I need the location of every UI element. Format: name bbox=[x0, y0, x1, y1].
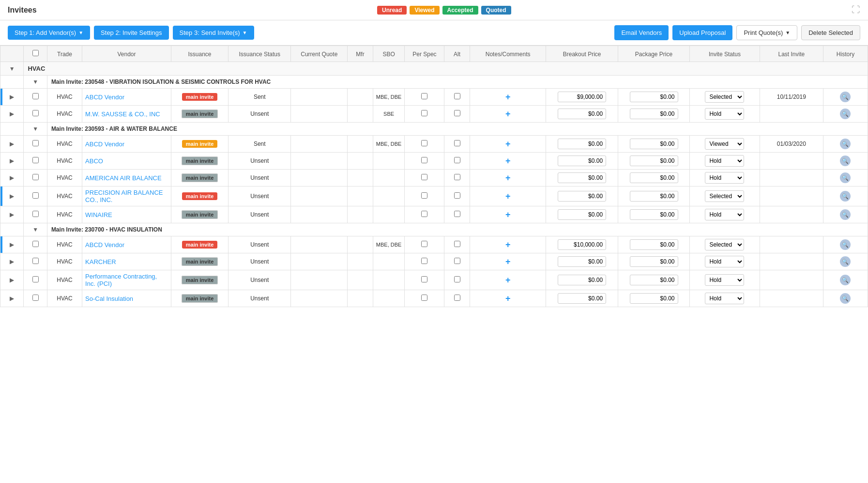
row-status-select-1[interactable]: SelectedHoldViewedAcceptedQuoted bbox=[705, 91, 744, 103]
row-breakout-input-2[interactable] bbox=[558, 109, 606, 119]
subsection-collapse-230593[interactable]: ▼ bbox=[30, 125, 40, 132]
row-status-select-8[interactable]: SelectedHoldViewedAcceptedQuoted bbox=[705, 239, 744, 250]
row-checkbox-8[interactable] bbox=[32, 241, 39, 247]
row-package-input-9[interactable] bbox=[630, 256, 678, 267]
row-checkbox-3[interactable] bbox=[32, 140, 39, 146]
row-status-select-3[interactable]: ViewedHoldSelectedAcceptedQuoted bbox=[705, 138, 744, 150]
row-breakout-input-6[interactable] bbox=[558, 191, 606, 202]
row-vendor-1[interactable]: ABCD Vendor bbox=[82, 89, 171, 106]
step1-button[interactable]: Step 1: Add Vendor(s) ▼ bbox=[8, 26, 90, 40]
row-per-spec-7[interactable] bbox=[421, 211, 427, 217]
row-package-input-1[interactable] bbox=[630, 92, 678, 102]
row-expand-8[interactable]: ▶ bbox=[8, 241, 16, 248]
step2-button[interactable]: Step 2: Invite Settings bbox=[94, 26, 168, 40]
row-expand-10[interactable]: ▶ bbox=[8, 277, 16, 283]
row-checkbox-9[interactable] bbox=[32, 258, 39, 264]
row-breakout-input-4[interactable] bbox=[558, 156, 606, 166]
row-notes-add-8[interactable]: + bbox=[505, 240, 511, 250]
step3-button[interactable]: Step 3: Send Invite(s) ▼ bbox=[173, 26, 254, 40]
row-expand-7[interactable]: ▶ bbox=[8, 211, 16, 218]
row-status-select-4[interactable]: HoldSelectedViewedAcceptedQuoted bbox=[705, 155, 744, 167]
row-alt-9[interactable] bbox=[454, 258, 460, 264]
row-checkbox-2[interactable] bbox=[32, 110, 39, 116]
row-notes-add-2[interactable]: + bbox=[505, 109, 511, 119]
row-notes-add-4[interactable]: + bbox=[505, 156, 511, 166]
select-all-checkbox[interactable] bbox=[32, 50, 39, 56]
row-status-select-10[interactable]: HoldSelectedViewedAcceptedQuoted bbox=[705, 274, 744, 286]
row-checkbox-5[interactable] bbox=[32, 174, 39, 180]
row-package-input-10[interactable] bbox=[630, 275, 678, 285]
row-breakout-input-1[interactable] bbox=[558, 92, 606, 102]
row-per-spec-6[interactable] bbox=[421, 192, 427, 199]
row-expand-4[interactable]: ▶ bbox=[8, 157, 16, 164]
row-alt-8[interactable] bbox=[454, 241, 460, 247]
row-checkbox-1[interactable] bbox=[32, 93, 39, 99]
print-quotes-button[interactable]: Print Quote(s) ▼ bbox=[736, 25, 797, 40]
row-checkbox-10[interactable] bbox=[32, 276, 39, 282]
row-package-input-8[interactable] bbox=[630, 239, 678, 250]
row-checkbox-11[interactable] bbox=[32, 295, 39, 301]
row-alt-11[interactable] bbox=[454, 295, 460, 301]
row-alt-7[interactable] bbox=[454, 211, 460, 217]
row-status-select-9[interactable]: HoldSelectedViewedAcceptedQuoted bbox=[705, 256, 744, 267]
row-status-select-11[interactable]: HoldSelectedViewedAcceptedQuoted bbox=[705, 293, 744, 304]
row-expand-9[interactable]: ▶ bbox=[8, 258, 16, 265]
row-status-select-7[interactable]: HoldSelectedViewedAcceptedQuoted bbox=[705, 209, 744, 220]
row-status-select-2[interactable]: HoldSelectedViewedAcceptedQuoted bbox=[705, 108, 744, 120]
row-expand-6[interactable]: ▶ bbox=[8, 193, 16, 200]
row-breakout-input-3[interactable] bbox=[558, 139, 606, 149]
row-checkbox-4[interactable] bbox=[32, 157, 39, 163]
row-expand-2[interactable]: ▶ bbox=[8, 110, 16, 117]
upload-proposal-button[interactable]: Upload Proposal bbox=[672, 25, 732, 40]
row-expand-1[interactable]: ▶ bbox=[8, 93, 16, 100]
row-expand-3[interactable]: ▶ bbox=[8, 140, 16, 147]
row-package-input-11[interactable] bbox=[630, 293, 678, 304]
row-per-spec-5[interactable] bbox=[421, 174, 427, 180]
row-alt-3[interactable] bbox=[454, 140, 460, 146]
row-checkbox-7[interactable] bbox=[32, 211, 39, 217]
row-package-input-3[interactable] bbox=[630, 139, 678, 149]
row-breakout-input-11[interactable] bbox=[558, 293, 606, 304]
row-alt-2[interactable] bbox=[454, 110, 460, 116]
row-checkbox-6[interactable] bbox=[32, 192, 39, 199]
subsection-collapse-230548[interactable]: ▼ bbox=[30, 78, 40, 85]
row-breakout-input-7[interactable] bbox=[558, 209, 606, 220]
row-breakout-input-5[interactable] bbox=[558, 172, 606, 183]
section-collapse-hvac[interactable]: ▼ bbox=[7, 65, 17, 72]
row-alt-5[interactable] bbox=[454, 174, 460, 180]
row-per-spec-10[interactable] bbox=[421, 276, 427, 282]
row-per-spec-3[interactable] bbox=[421, 140, 427, 146]
row-per-spec-11[interactable] bbox=[421, 295, 427, 301]
row-vendor-2[interactable]: M.W. SAUSSE & CO., INC bbox=[82, 106, 171, 123]
row-alt-10[interactable] bbox=[454, 276, 460, 282]
row-notes-add-6[interactable]: + bbox=[505, 191, 511, 202]
row-status-select-6[interactable]: SelectedHoldViewedAcceptedQuoted bbox=[705, 190, 744, 202]
row-per-spec-2[interactable] bbox=[421, 110, 427, 116]
row-expand-11[interactable]: ▶ bbox=[8, 295, 16, 302]
row-status-select-5[interactable]: HoldSelectedViewedAcceptedQuoted bbox=[705, 172, 744, 184]
row-package-input-7[interactable] bbox=[630, 209, 678, 220]
row-package-input-2[interactable] bbox=[630, 109, 678, 119]
row-per-spec-4[interactable] bbox=[421, 157, 427, 163]
row-alt-4[interactable] bbox=[454, 157, 460, 163]
row-notes-add-3[interactable]: + bbox=[505, 139, 511, 149]
row-expand-5[interactable]: ▶ bbox=[8, 174, 16, 181]
row-notes-add-11[interactable]: + bbox=[505, 294, 511, 304]
row-package-input-6[interactable] bbox=[630, 191, 678, 202]
row-per-spec-8[interactable] bbox=[421, 241, 427, 247]
fullscreen-icon[interactable]: ⛶ bbox=[852, 5, 860, 15]
delete-selected-button[interactable]: Delete Selected bbox=[801, 25, 860, 40]
email-vendors-button[interactable]: Email Vendors bbox=[614, 25, 669, 40]
row-notes-add-9[interactable]: + bbox=[505, 257, 511, 267]
row-package-input-4[interactable] bbox=[630, 156, 678, 166]
row-breakout-input-10[interactable] bbox=[558, 275, 606, 285]
row-notes-add-1[interactable]: + bbox=[505, 92, 511, 102]
row-history-1[interactable]: 🔍 bbox=[823, 89, 868, 106]
row-alt-6[interactable] bbox=[454, 192, 460, 199]
subsection-collapse-230700[interactable]: ▼ bbox=[30, 226, 40, 233]
row-notes-add-10[interactable]: + bbox=[505, 275, 511, 285]
row-per-spec-9[interactable] bbox=[421, 258, 427, 264]
row-notes-add-5[interactable]: + bbox=[505, 173, 511, 183]
row-breakout-input-8[interactable] bbox=[558, 239, 606, 250]
row-breakout-input-9[interactable] bbox=[558, 256, 606, 267]
